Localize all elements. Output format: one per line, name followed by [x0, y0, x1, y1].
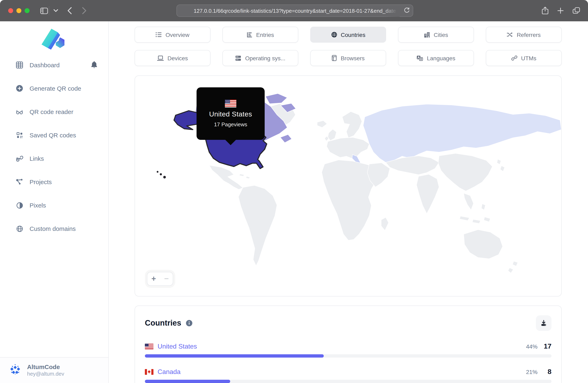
chevron-down-icon[interactable]: [51, 6, 61, 16]
countries-card: Countries: [135, 305, 562, 383]
share-icon[interactable]: [540, 6, 550, 16]
tab-label: Countries: [341, 31, 365, 38]
country-row: United States 44% 17: [145, 343, 551, 358]
tab-operating-systems[interactable]: Operating sys...: [222, 50, 298, 66]
browser-window: 127.0.0.1/66qrcode/link-statistics/13?ty…: [0, 0, 588, 383]
country-link[interactable]: United States: [158, 343, 197, 350]
tooltip-pageviews: 17 Pageviews: [214, 121, 247, 127]
building-icon: [424, 32, 430, 38]
sidebar-item-projects[interactable]: Projects: [0, 170, 108, 194]
main-content: Overview Entries Countries Cities Referr…: [109, 21, 588, 383]
country-progress-track: [145, 380, 551, 383]
download-button[interactable]: [536, 315, 551, 331]
minimize-window-button[interactable]: [16, 8, 21, 13]
sidebar-item-pixels[interactable]: Pixels: [0, 194, 108, 217]
plus-circle-icon: [16, 84, 23, 92]
sidebar-nav: Dashboard Generate QR code: [0, 53, 108, 240]
sidebar-item-label: Dashboard: [30, 61, 60, 68]
forward-icon[interactable]: [79, 6, 89, 16]
sidebar-item-custom-domains[interactable]: Custom domains: [0, 217, 108, 240]
sidebar-item-qr-reader[interactable]: QR code reader: [0, 100, 108, 123]
countries-list: United States 44% 17: [145, 343, 551, 383]
tab-languages[interactable]: Languages: [398, 50, 474, 66]
sidebar-item-label: QR code reader: [30, 108, 73, 115]
tooltip-country: United States: [209, 110, 252, 119]
nodes-icon: [16, 178, 23, 186]
canada-flag-icon: [145, 369, 153, 375]
country-count: 8: [538, 368, 551, 376]
zoom-window-button[interactable]: [25, 8, 30, 13]
tab-overview[interactable]: Overview: [135, 27, 210, 43]
grid-icon: [16, 61, 23, 69]
tab-label: Cities: [434, 31, 448, 38]
country-progress-track: [145, 354, 551, 358]
qr-icon: [16, 131, 23, 139]
tab-referrers[interactable]: Referrers: [486, 27, 562, 43]
sidebar-item-label: Links: [30, 155, 44, 162]
user-name: AltumCode: [27, 363, 64, 371]
zoom-out-button[interactable]: −: [160, 272, 173, 285]
us-flag-icon: [225, 100, 236, 107]
sidebar-item-saved-qr[interactable]: Saved QR codes: [0, 123, 108, 147]
map-zoom-control: + −: [147, 272, 173, 286]
tab-countries[interactable]: Countries: [310, 27, 386, 43]
laptop-icon: [157, 55, 164, 61]
tab-devices[interactable]: Devices: [135, 50, 210, 66]
avatar: [8, 363, 22, 377]
info-icon[interactable]: [185, 320, 193, 327]
app-logo[interactable]: [42, 29, 67, 50]
browser-toolbar: 127.0.0.1/66qrcode/link-statistics/13?ty…: [0, 0, 588, 21]
server-icon: [235, 55, 241, 61]
sidebar-toggle-icon[interactable]: [39, 6, 49, 16]
country-link[interactable]: Canada: [158, 368, 181, 376]
country-row: Canada 21% 8: [145, 368, 551, 383]
link-icon: [16, 155, 23, 162]
tab-label: Entries: [256, 31, 274, 38]
chart-icon: [247, 32, 252, 38]
user-account[interactable]: AltumCode hey@altum.dev: [0, 357, 108, 383]
sidebar-item-label: Projects: [30, 178, 52, 185]
new-tab-icon[interactable]: [556, 6, 566, 16]
statistics-tabs: Overview Entries Countries Cities Referr…: [135, 27, 562, 66]
url-fade: [383, 5, 400, 17]
tab-browsers[interactable]: Browsers: [310, 50, 386, 66]
map-tooltip: United States 17 Pageviews: [197, 87, 265, 140]
sidebar-item-generate-qr[interactable]: Generate QR code: [0, 77, 108, 100]
browser-icon: [332, 55, 337, 61]
bell-icon[interactable]: [91, 60, 98, 69]
country-progress-fill: [145, 380, 230, 383]
user-email: hey@altum.dev: [27, 371, 64, 378]
globe-icon: [331, 32, 337, 38]
tab-utms[interactable]: UTMs: [486, 50, 562, 66]
tab-entries[interactable]: Entries: [222, 27, 298, 43]
tab-label: UTMs: [521, 55, 537, 61]
world-map-card: United States 17 Pageviews + −: [135, 76, 562, 297]
tab-overview-icon[interactable]: [571, 6, 581, 16]
tab-label: Languages: [427, 55, 456, 61]
tab-cities[interactable]: Cities: [398, 27, 474, 43]
contrast-icon: [16, 201, 23, 209]
close-window-button[interactable]: [8, 8, 13, 13]
toolbar-divider: [49, 6, 49, 15]
list-icon: [156, 32, 162, 37]
country-count: 17: [538, 343, 551, 351]
sidebar-item-label: Custom domains: [30, 225, 76, 232]
sidebar-item-label: Pixels: [30, 202, 46, 209]
tab-label: Overview: [166, 31, 189, 38]
tab-label: Browsers: [341, 55, 365, 61]
glasses-icon: [16, 108, 23, 116]
country-percent: 21%: [526, 369, 538, 375]
shuffle-icon: [507, 32, 513, 37]
sidebar-item-label: Saved QR codes: [30, 132, 76, 139]
reload-icon[interactable]: [404, 7, 410, 15]
sidebar-item-dashboard[interactable]: Dashboard: [0, 53, 108, 77]
tab-label: Referrers: [517, 31, 541, 38]
zoom-in-button[interactable]: +: [147, 272, 160, 285]
sidebar-item-links[interactable]: Links: [0, 147, 108, 170]
country-russia: [363, 104, 561, 162]
country-progress-fill: [145, 354, 324, 358]
sidebar-item-label: Generate QR code: [30, 85, 81, 92]
tab-label: Devices: [168, 55, 188, 61]
back-icon[interactable]: [64, 6, 74, 16]
url-bar[interactable]: 127.0.0.1/66qrcode/link-statistics/13?ty…: [176, 4, 413, 17]
